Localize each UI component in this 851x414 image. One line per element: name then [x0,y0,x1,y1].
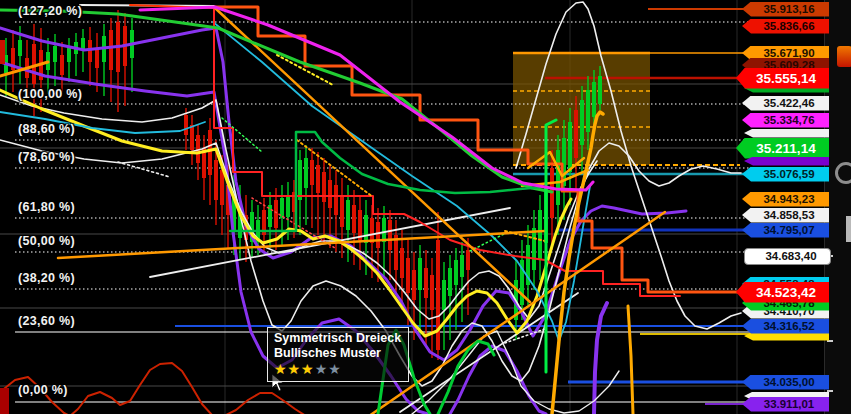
fib-level-label: (38,20 %) [18,271,75,285]
price-axis-label[interactable]: 35.913,16 [742,2,829,17]
price-axis-label[interactable] [744,129,829,138]
price-axis-label[interactable]: 35.334,76 [742,113,829,128]
fib-level-label: (50,00 %) [18,234,75,248]
chart-canvas[interactable] [0,0,851,414]
pattern-tooltip: Symmetrisch Dreieck Bullisches Muster ★★… [267,327,409,382]
fib-level-label: (78,60 %) [18,150,75,164]
pattern-subtitle: Bullisches Muster [274,346,402,361]
left-edge-red-mark [0,40,5,64]
price-axis-label[interactable]: 35.211,14 [736,138,829,159]
trading-chart[interactable]: Symmetrisch Dreieck Bullisches Muster ★★… [0,0,851,414]
price-axis-label[interactable]: 33.911,01 [742,397,829,412]
price-axis-label[interactable]: 35.836,66 [742,19,829,34]
fib-level-label: (100,00 %) [18,87,82,101]
fib-level-label: (23,60 %) [18,314,75,328]
fib-level-label: (61,80 %) [18,200,75,214]
price-axis-label[interactable]: 34.035,00 [742,375,829,390]
panel-scroll-fragment [846,216,851,242]
bottom-left-red-mark [0,388,9,414]
fib-level-label: (127,20 %) [18,4,82,18]
stars-filled: ★★★ [274,361,315,377]
price-axis-label[interactable]: 35.555,14 [736,68,829,89]
stars-empty: ★★ [315,361,342,377]
price-axis-label[interactable]: 34.523,42 [736,282,829,303]
price-axis-label[interactable]: 34.316,52 [742,319,829,334]
panel-ring-icon [835,162,851,184]
price-axis-label[interactable] [744,157,829,166]
price-axis-label[interactable]: 35.422,46 [742,96,829,111]
pattern-title: Symmetrisch Dreieck [274,331,402,346]
price-axis-label[interactable]: 34.795,07 [742,223,829,238]
fib-level-label: (88,60 %) [18,122,75,136]
price-axis-label[interactable]: 34.943,23 [742,192,829,207]
price-axis-label[interactable]: 34.858,53 [742,208,829,223]
price-axis-label[interactable]: 35.076,59 [742,167,829,182]
pattern-star-rating: ★★★★★ [274,361,402,377]
fib-level-label: (0,00 %) [18,383,68,397]
price-axis-label[interactable]: 34.683,40 [744,248,831,265]
panel-app-icon[interactable] [837,46,851,67]
